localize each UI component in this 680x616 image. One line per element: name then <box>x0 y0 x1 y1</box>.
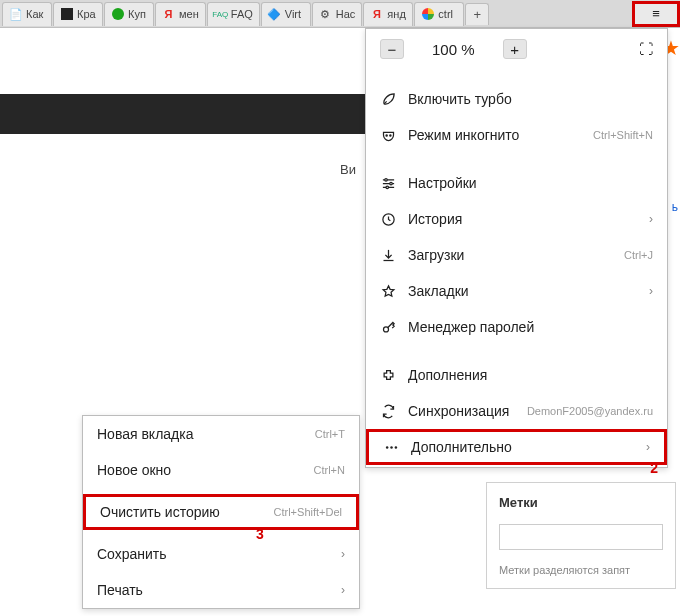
zoom-controls: − 100 % + <box>380 39 527 59</box>
annotation-3: 3 <box>256 526 264 542</box>
tab-item[interactable]: FAQ FAQ <box>207 2 260 26</box>
submenu-item-print[interactable]: Печать › <box>83 572 359 608</box>
menu-item-incognito[interactable]: Режим инкогнито Ctrl+Shift+N <box>366 117 667 153</box>
favicon-virt-icon: 🔷 <box>268 8 281 21</box>
submenu-item-clear-history[interactable]: Очистить историю Ctrl+Shift+Del <box>83 494 359 530</box>
submenu-label: Очистить историю <box>100 504 274 520</box>
favicon-green-icon <box>111 8 124 21</box>
dots-icon <box>383 440 399 455</box>
tab-item[interactable]: Кра <box>53 2 103 26</box>
submenu-shortcut: Ctrl+Shift+Del <box>274 506 342 518</box>
menu-item-history[interactable]: История › <box>366 201 667 237</box>
sync-icon <box>380 404 396 419</box>
menu-item-passwords[interactable]: Менеджер паролей <box>366 309 667 345</box>
menu-shortcut: Ctrl+Shift+N <box>593 129 653 141</box>
menu-item-sync[interactable]: Синхронизация DemonF2005@yandex.ru <box>366 393 667 429</box>
download-icon <box>380 248 396 263</box>
tab-label: FAQ <box>231 8 253 20</box>
menu-item-downloads[interactable]: Загрузки Ctrl+J <box>366 237 667 273</box>
key-icon <box>380 320 396 335</box>
zoom-out-button[interactable]: − <box>380 39 404 59</box>
menu-label: Дополнительно <box>411 439 634 455</box>
menu-item-turbo[interactable]: Включить турбо <box>366 81 667 117</box>
menu-sync-account: DemonF2005@yandex.ru <box>527 405 653 417</box>
rocket-icon <box>380 92 396 107</box>
submenu-label: Сохранить <box>97 546 341 562</box>
menu-item-addons[interactable]: Дополнения <box>366 357 667 393</box>
sliders-icon <box>380 176 396 191</box>
tab-label: Кра <box>77 8 96 20</box>
menu-label: Менеджер паролей <box>408 319 653 335</box>
main-menu: − 100 % + ⛶ Включить турбо Режим инкогни… <box>365 28 668 468</box>
tags-panel: Метки Метки разделяются запят <box>486 482 676 589</box>
tab-item[interactable]: ⚙ Нас <box>312 2 363 26</box>
tab-label: Куп <box>128 8 146 20</box>
page-dark-band <box>0 94 370 134</box>
svg-point-9 <box>394 446 397 449</box>
star-icon <box>380 284 396 299</box>
menu-label: Закладки <box>408 283 637 299</box>
mask-icon <box>380 128 396 143</box>
zoom-in-button[interactable]: + <box>503 39 527 59</box>
tab-label: Как <box>26 8 43 20</box>
svg-point-6 <box>383 326 388 331</box>
tags-note: Метки разделяются запят <box>499 564 663 576</box>
zoom-row: − 100 % + ⛶ <box>366 29 667 69</box>
tab-item[interactable]: Я янд <box>363 2 413 26</box>
favicon-pic-icon <box>421 8 434 21</box>
menu-label: Настройки <box>408 175 653 191</box>
page-fragment-text: Ви <box>340 162 356 177</box>
chevron-right-icon: › <box>649 284 653 298</box>
tags-input[interactable] <box>499 524 663 550</box>
hamburger-icon: ≡ <box>652 6 660 21</box>
chevron-right-icon: › <box>646 440 650 454</box>
page-fragment-link[interactable]: ь <box>672 200 678 214</box>
menu-label: Загрузки <box>408 247 612 263</box>
chevron-right-icon: › <box>341 583 345 597</box>
tab-label: Нас <box>336 8 356 20</box>
submenu-label: Новая вкладка <box>97 426 315 442</box>
favicon-yandex-icon: Я <box>370 8 383 21</box>
menu-label: Режим инкогнито <box>408 127 581 143</box>
tab-item[interactable]: Я мен <box>155 2 206 26</box>
tab-label: мен <box>179 8 199 20</box>
main-menu-button[interactable]: ≡ <box>632 1 680 27</box>
svg-point-8 <box>390 446 393 449</box>
favicon-dark-icon <box>60 8 73 21</box>
svg-point-2 <box>384 178 387 181</box>
favicon-yandex-icon: Я <box>162 8 175 21</box>
tab-item[interactable]: Куп <box>104 2 154 26</box>
tab-item[interactable]: ctrl <box>414 2 464 26</box>
submenu-item-new-window[interactable]: Новое окно Ctrl+N <box>83 452 359 488</box>
zoom-value: 100 % <box>432 41 475 58</box>
menu-item-settings[interactable]: Настройки <box>366 165 667 201</box>
menu-item-bookmarks[interactable]: Закладки › <box>366 273 667 309</box>
svg-point-3 <box>389 182 392 185</box>
chevron-right-icon: › <box>649 212 653 226</box>
tab-item[interactable]: 🔷 Virt <box>261 2 311 26</box>
menu-item-more[interactable]: Дополнительно › <box>366 429 667 465</box>
menu-label: История <box>408 211 637 227</box>
tab-strip: 📄 Как Кра Куп Я мен FAQ FAQ 🔷 Virt ⚙ Нас… <box>0 0 680 28</box>
svg-point-7 <box>385 446 388 449</box>
tab-label: ctrl <box>438 8 453 20</box>
svg-point-4 <box>386 186 389 189</box>
tab-label: янд <box>387 8 405 20</box>
submenu-item-new-tab[interactable]: Новая вкладка Ctrl+T <box>83 416 359 452</box>
submenu-label: Новое окно <box>97 462 314 478</box>
menu-label: Включить турбо <box>408 91 653 107</box>
submenu-item-save[interactable]: Сохранить › <box>83 536 359 572</box>
menu-label: Синхронизация <box>408 403 515 419</box>
more-submenu: Новая вкладка Ctrl+T Новое окно Ctrl+N О… <box>82 415 360 609</box>
tab-item[interactable]: 📄 Как <box>2 2 52 26</box>
menu-label: Дополнения <box>408 367 653 383</box>
submenu-label: Печать <box>97 582 341 598</box>
svg-point-0 <box>386 134 387 135</box>
chevron-right-icon: › <box>341 547 345 561</box>
menu-shortcut: Ctrl+J <box>624 249 653 261</box>
favicon-faq-icon: FAQ <box>214 8 227 21</box>
new-tab-button[interactable]: + <box>465 3 489 25</box>
annotation-2: 2 <box>650 460 658 476</box>
submenu-shortcut: Ctrl+T <box>315 428 345 440</box>
fullscreen-button[interactable]: ⛶ <box>639 41 653 57</box>
